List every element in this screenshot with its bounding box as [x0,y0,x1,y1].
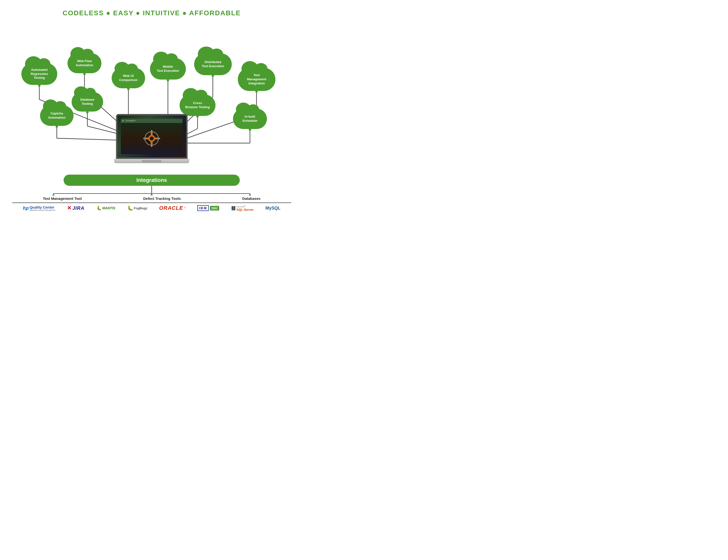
tagline-word1: CODELESS [63,9,104,17]
jira-label: JIRA [72,206,84,211]
tagline-word3: INTUITIVE [143,9,180,17]
cloud-cross-browser-testing: Cross Browser Testing [180,95,215,116]
logo-sql-server: 🗄️ Microsoft® SQL Server [231,205,254,212]
svg-point-45 [150,195,153,196]
ibm-label: IBM [197,205,209,211]
tagline-dot2: ● [136,9,143,17]
mysql-label: MySQL [265,206,281,211]
cloud-mobile-test-execution: Mobile Test Execution [150,58,186,80]
cloud-database-testing: Database Testing [72,92,103,112]
integrations-title: Integrations [136,177,167,183]
category-defect-tracking: Defect Tracking Tools [143,197,181,201]
laptop-ui-dot [122,120,124,122]
category-test-management: Test Management Tool [43,197,82,201]
integrations-section: Integrations Test Management Tool Defect… [0,175,303,216]
fogbugz-icon: 🐛 [127,205,133,211]
tagline-dot3: ● [182,9,189,17]
oracle-label: ORACLE [159,205,183,211]
cloud-web-flow-automation: Web Flow Automation [67,53,101,73]
laptop-trackpad [142,160,161,163]
integrations-connector-lines [5,186,298,196]
logo-fogbugz: 🐛 FogBugz [127,205,148,211]
laptop-screen: TestingWhiz [116,114,188,159]
tagline-word2: EASY [113,9,133,17]
cloud-test-management-integration: Test Management Integration [238,68,275,91]
mantis-bug-icon: 🐛 [96,206,101,211]
laptop-ui-bar: TestingWhiz [121,119,183,123]
sqlserver-label: SQL Server [237,208,254,212]
svg-rect-36 [151,145,152,147]
sqlserver-icon: 🗄️ [231,206,236,211]
cloud-automated-regression-testing: Automated Regression Testing [21,63,57,85]
cloud-distributed-test-execution: Distributed Test Execution [194,53,232,75]
logo-qc-name: Quality Center [30,205,55,209]
cloud-inbuilt-scheduler: In-built Scheduler [233,109,267,129]
logo-hp-icon: hp [23,206,29,211]
laptop-base [114,159,189,163]
laptop: TestingWhiz [114,114,189,167]
logo-mantis: 🐛 MANTIS [96,206,115,211]
logo-mysql: MySQL [265,206,281,211]
logo-jira: ✕ JIRA [67,205,84,211]
mantis-label: MANTIS [102,206,115,210]
fogbugz-label: FogBugz [134,207,148,210]
svg-rect-35 [151,130,152,132]
laptop-ui: TestingWhiz [121,119,183,154]
svg-point-44 [52,195,55,196]
integrations-bar: Integrations [64,175,240,186]
laptop-ui-content [121,123,183,154]
jira-cross-icon: ✕ [67,205,71,211]
svg-rect-37 [143,138,146,139]
logo-oracle: ORACLE ® [159,205,186,211]
logo-quality-center: hp Quality Center Application Lifecycle … [23,205,55,211]
integrations-logos-row: hp Quality Center Application Lifecycle … [12,203,291,216]
svg-point-34 [150,137,154,141]
diagram-area: Automated Regression Testing Web Flow Au… [0,22,303,172]
laptop-brand-text: TestingWhiz [126,120,136,122]
db2-label: DB2 [210,206,219,211]
tagline: CODELESS ● EASY ● INTUITIVE ● AFFORDABLE [0,0,303,19]
integrations-categories: Test Management Tool Defect Tracking Too… [5,197,298,201]
laptop-display: TestingWhiz [117,116,186,157]
tagline-word4: AFFORDABLE [189,9,241,17]
svg-rect-38 [158,138,160,139]
category-databases: Databases [242,197,260,201]
laptop-gear-icon [142,129,161,148]
cloud-captcha-automation: Captcha Automation [40,106,74,126]
logo-qc-sub: Application Lifecycle Management [30,209,55,211]
svg-point-46 [249,195,251,196]
logo-ibm-db2: IBM DB2 [197,205,219,211]
tagline-dot1: ● [106,9,113,17]
cloud-web-ui-comparison: Web UI Comparison [112,68,145,88]
